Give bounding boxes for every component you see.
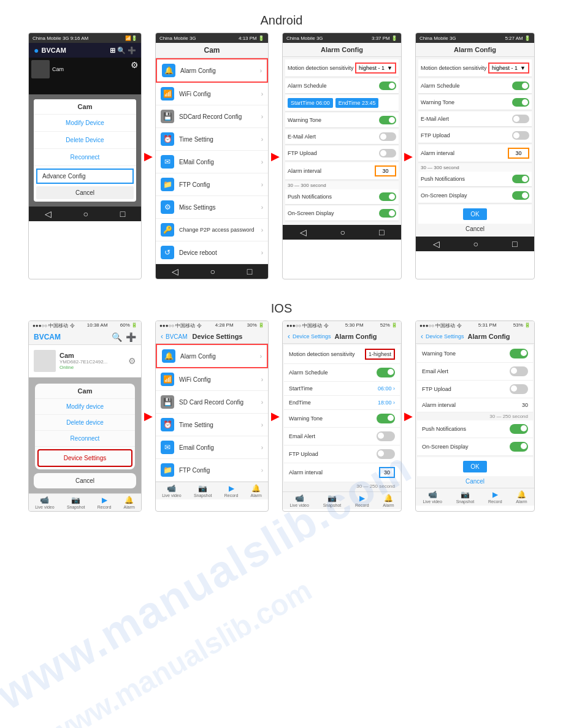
ios-on-screen-toggle-4[interactable]	[510, 442, 528, 452]
alarm-interval-input-4[interactable]: 30	[508, 148, 529, 159]
ftp-upload-toggle-4[interactable]	[512, 131, 529, 140]
on-screen-toggle[interactable]	[379, 209, 396, 218]
cancel-item[interactable]: Cancel	[36, 186, 134, 199]
warning-tone-toggle[interactable]	[379, 116, 396, 124]
alarm-schedule-toggle-4[interactable]	[512, 82, 529, 90]
ios-tab-alarm-4[interactable]: 🔔 Alarm	[516, 490, 527, 504]
end-time-box[interactable]: EndTime 23:45	[335, 98, 379, 108]
recent-nav-2[interactable]: □	[247, 267, 252, 276]
ios-email-alert-toggle[interactable]	[377, 431, 395, 441]
ios-back-label-3[interactable]: Device Settings	[293, 333, 331, 339]
ios-tab-snapshot-3[interactable]: 📷 Snapshot	[323, 494, 342, 507]
ios-tab-alarm[interactable]: 🔔 Alarm	[124, 496, 135, 509]
sdcard-config-item[interactable]: 💾 SDCard Record Config ›	[156, 105, 268, 128]
ios-alarm-schedule-toggle[interactable]	[377, 368, 395, 377]
reconnect-item[interactable]: Reconnect	[34, 149, 136, 166]
delete-device-item[interactable]: Delete Device	[34, 132, 136, 149]
ios-ftp-upload-toggle-4[interactable]	[510, 384, 528, 394]
wifi-config-item[interactable]: 📶 WiFi Config ›	[156, 83, 268, 105]
settings-icon[interactable]: ⚙	[131, 60, 139, 70]
ios-alarm-interval-input[interactable]: 30	[379, 467, 395, 478]
back-nav-3[interactable]: ◁	[300, 227, 307, 237]
ios-starttime-value[interactable]: 06:00 ›	[378, 385, 395, 392]
sensitivity-dropdown[interactable]: highest - 1 ▼	[355, 63, 396, 74]
cancel-text[interactable]: Cancel	[418, 224, 532, 234]
ok-button-android[interactable]: OK	[463, 208, 486, 220]
ios-ok-button[interactable]: OK	[463, 461, 486, 472]
alarm-schedule-toggle[interactable]	[379, 82, 396, 90]
ios-push-notif-toggle-4[interactable]	[510, 424, 528, 434]
ios-tab-snapshot[interactable]: 📷 Snapshot	[67, 496, 85, 509]
ios-delete-device[interactable]: Delete device	[35, 415, 135, 431]
ios-tab-snapshot-4[interactable]: 📷 Snapshot	[456, 490, 475, 504]
ios-back-arrow-2[interactable]: ‹	[161, 332, 163, 341]
ios-tab-record[interactable]: ▶ Record	[98, 496, 112, 509]
ios-ftp-upload-toggle[interactable]	[377, 449, 395, 459]
ios-email-alert-toggle-4[interactable]	[510, 366, 528, 376]
ios-cancel[interactable]: Cancel	[34, 473, 136, 488]
p2p-access-item[interactable]: 🔑 Change P2P access password ›	[156, 219, 268, 241]
recent-nav-3[interactable]: □	[379, 227, 384, 237]
ios-device-settings[interactable]: Device Settings	[37, 449, 132, 467]
alarm-interval-input[interactable]: 30	[375, 165, 396, 176]
ios-tab-livevideo-2[interactable]: 📹 Live video	[162, 484, 182, 498]
search-icon-ios[interactable]: 🔍	[112, 332, 122, 342]
back-nav-2[interactable]: ◁	[172, 267, 178, 276]
alarm-config-item[interactable]: 🔔 Alarm Config ›	[156, 58, 268, 83]
home-nav-4[interactable]: ○	[473, 239, 478, 249]
home-nav[interactable]: ○	[83, 209, 88, 219]
home-nav-2[interactable]: ○	[210, 267, 215, 276]
email-config-item[interactable]: ✉ EMail Config ›	[156, 151, 268, 173]
ios-alarm-interval-row: Alarm interval 30	[284, 463, 400, 482]
ios-tab-record-4[interactable]: ▶ Record	[488, 490, 502, 504]
warning-tone-toggle-4[interactable]	[512, 98, 529, 107]
ios-tab-livevideo-4[interactable]: 📹 Live video	[423, 490, 442, 504]
ftp-config-item[interactable]: 📁 FTP Config ›	[156, 173, 268, 196]
ios-time-setting[interactable]: ⏰ Time Setting ›	[156, 414, 268, 436]
ios-sensitivity-dropdown[interactable]: 1-highest	[365, 349, 395, 360]
misc-settings-item[interactable]: ⚙ Misc Settings ›	[156, 196, 268, 219]
ios-back-arrow-3[interactable]: ‹	[288, 332, 290, 341]
start-time-box[interactable]: StartTime 06:00	[288, 98, 333, 108]
ftp-upload-toggle[interactable]	[379, 149, 396, 157]
ios-reconnect[interactable]: Reconnect	[35, 431, 135, 447]
sensitivity-dropdown-4[interactable]: highest - 1 ▼	[488, 63, 529, 74]
on-screen-toggle-4[interactable]	[512, 191, 529, 200]
ios-back-label-2[interactable]: BVCAM	[166, 333, 188, 340]
advance-config-item[interactable]: Advance Config	[36, 169, 134, 184]
time-setting-item[interactable]: ⏰ Time Setting ›	[156, 128, 268, 151]
ios-back-arrow-4[interactable]: ‹	[421, 332, 423, 341]
ios-tab-livevideo-3[interactable]: 📹 Live video	[289, 494, 309, 507]
ios-tab-record-2[interactable]: ▶ Record	[224, 484, 239, 498]
ios-alarm-config[interactable]: 🔔 Alarm Config ›	[156, 344, 268, 368]
home-nav-3[interactable]: ○	[340, 227, 345, 237]
recent-nav-4[interactable]: □	[512, 239, 517, 249]
email-alert-toggle-4[interactable]	[512, 115, 529, 123]
push-notif-toggle-4[interactable]	[512, 175, 529, 183]
ios-tab-snapshot-2[interactable]: 📷 Snapshot	[194, 484, 212, 498]
ios-tab-record-3[interactable]: ▶ Record	[355, 494, 369, 507]
ios-endtime-value[interactable]: 18:00 ›	[378, 400, 395, 406]
ios-back-label-4[interactable]: Device Settings	[426, 333, 464, 339]
ios-sdcard-config[interactable]: 💾 SD Card Record Config ›	[156, 391, 268, 414]
ios-modify-device[interactable]: Modify device	[35, 399, 135, 415]
device-reboot-item[interactable]: ↺ Device reboot ›	[156, 241, 268, 264]
add-icon-ios[interactable]: ➕	[126, 332, 136, 342]
ios-tab-alarm-2[interactable]: 🔔 Alarm	[251, 484, 262, 498]
settings-gear-ios[interactable]: ⚙	[128, 356, 136, 366]
recent-nav[interactable]: □	[120, 209, 125, 219]
back-nav-4[interactable]: ◁	[433, 239, 440, 249]
ios-email-config[interactable]: ✉ Email Config ›	[156, 436, 268, 459]
push-notif-toggle[interactable]	[379, 192, 396, 201]
email-alert-toggle[interactable]	[379, 132, 396, 141]
ios-tab-bar-2: 📹 Live video 📷 Snapshot ▶ Record 🔔 Alarm	[156, 482, 268, 499]
back-nav[interactable]: ◁	[45, 209, 52, 219]
modify-device-item[interactable]: Modify Device	[34, 115, 136, 132]
ios-ftp-config[interactable]: 📁 FTP Config ›	[156, 459, 268, 482]
ios-warning-tone-toggle[interactable]	[377, 414, 395, 423]
ios-tab-livevideo[interactable]: 📹 Live video	[35, 496, 55, 509]
ios-tab-alarm-3[interactable]: 🔔 Alarm	[383, 494, 394, 507]
ios-warning-tone-toggle-4[interactable]	[510, 349, 528, 358]
ios-wifi-config[interactable]: 📶 WiFi Config ›	[156, 368, 268, 391]
ios-cancel-text[interactable]: Cancel	[417, 476, 533, 487]
